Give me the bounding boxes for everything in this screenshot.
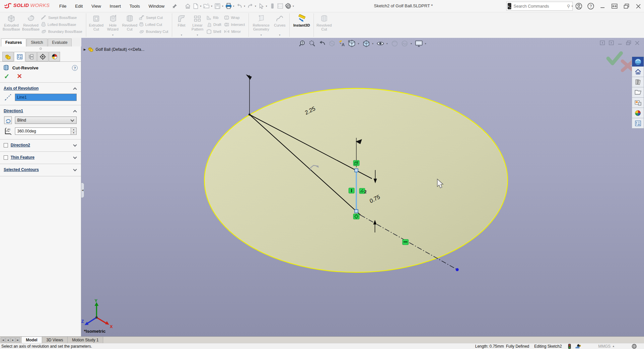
linear-pattern-dropdown[interactable]: ▾ xyxy=(197,34,198,37)
pin-menu-icon[interactable] xyxy=(172,4,177,9)
revolved-boss-base-button[interactable]: Revolved Boss/Base xyxy=(21,13,41,37)
appearances-tab[interactable] xyxy=(49,52,60,61)
next-pane-icon[interactable] xyxy=(609,41,614,45)
units-label[interactable]: MMGS xyxy=(598,344,610,349)
rebuild-icon[interactable] xyxy=(268,2,276,10)
print-icon[interactable] xyxy=(225,2,233,10)
previous-pane-icon[interactable] xyxy=(600,41,605,45)
axis-group-header[interactable]: Axis of Revolution xyxy=(4,86,77,91)
redo-icon[interactable] xyxy=(247,2,254,10)
menu-insert[interactable]: Insert xyxy=(106,2,125,10)
curves-dropdown[interactable]: ▾ xyxy=(279,34,280,37)
collapse-chevron-icon[interactable] xyxy=(73,87,77,91)
direction2-header[interactable]: Direction2 xyxy=(4,143,77,147)
design-library-tab[interactable] xyxy=(632,77,644,87)
thin-feature-checkbox[interactable] xyxy=(4,155,8,160)
reference-geometry-dropdown[interactable]: ▾ xyxy=(260,34,262,37)
boundary-cut-button[interactable]: Boundary Cut xyxy=(138,28,170,35)
span-displays-button[interactable] xyxy=(608,1,620,11)
custom-properties-tab[interactable] xyxy=(632,118,644,129)
zoom-to-fit-icon[interactable] xyxy=(298,39,306,48)
view-orientation-icon[interactable] xyxy=(347,39,356,48)
doc-restore-icon[interactable] xyxy=(626,41,631,45)
shell-button[interactable]: Shell xyxy=(206,28,223,35)
axis-selected-item[interactable]: Line1 xyxy=(15,94,76,101)
graphics-viewport[interactable]: 2 2.25 0.75 Y X Z xyxy=(81,38,644,336)
open-file-icon[interactable] xyxy=(203,2,211,10)
lofted-cut-button[interactable]: Lofted Cut xyxy=(138,21,170,28)
settings-gear-icon[interactable] xyxy=(284,2,292,10)
undo-dropdown[interactable]: ▾ xyxy=(244,5,245,8)
scroll-prev-icon[interactable]: ◀ xyxy=(6,337,10,342)
extruded-cut-button[interactable]: Extruded Cut xyxy=(88,13,105,37)
thin-feature-header[interactable]: Thin Feature xyxy=(4,155,77,160)
display-style-dropdown[interactable]: ▾ xyxy=(372,42,373,45)
appearances-scenes-tab[interactable] xyxy=(632,108,644,118)
search-icon[interactable]: ⚲ xyxy=(567,4,570,9)
swept-cut-button[interactable]: Swept Cut xyxy=(138,14,170,21)
redo-dropdown[interactable]: ▾ xyxy=(255,5,256,8)
constraint-badge-pierce[interactable] xyxy=(353,214,359,219)
apply-scene-icon[interactable] xyxy=(400,39,409,48)
annotation-visibility-icon[interactable]: A xyxy=(337,39,346,48)
menu-edit[interactable]: Edit xyxy=(71,2,87,10)
menu-view[interactable]: View xyxy=(87,2,106,10)
feature-tree-breadcrumb[interactable]: ▶ Golf Ball (Default) <<Defa... xyxy=(84,47,144,52)
constraint-badge-coincident-top[interactable] xyxy=(353,160,359,166)
select-icon[interactable] xyxy=(257,2,265,10)
edit-appearance-icon[interactable] xyxy=(391,39,399,48)
linear-pattern-button[interactable]: Linear Pattern ▾ xyxy=(189,13,206,37)
search-input[interactable] xyxy=(514,4,567,9)
scroll-first-icon[interactable]: |◀ xyxy=(1,337,5,342)
axis-selection-box[interactable]: Line1 xyxy=(15,94,77,101)
pm-help-icon[interactable]: ? xyxy=(72,65,78,71)
select-dropdown[interactable]: ▾ xyxy=(266,5,267,8)
view-orientation-dropdown[interactable]: ▾ xyxy=(358,42,359,45)
spin-down-icon[interactable]: ▼ xyxy=(71,131,76,135)
tab-model[interactable]: Model xyxy=(21,337,42,343)
reference-geometry-button[interactable]: Reference Geometry ▾ xyxy=(250,13,272,37)
doc-close-icon[interactable] xyxy=(635,41,639,45)
swept-boss-base-button[interactable]: Swept Boss/Base xyxy=(40,14,84,21)
search-commands-box[interactable]: >_ ⚲ ▾ xyxy=(506,2,573,11)
expand-chevron-icon[interactable] xyxy=(73,155,77,159)
rib-button[interactable]: Rib xyxy=(206,14,223,21)
section-view-icon[interactable] xyxy=(327,39,336,48)
collapse-chevron-icon[interactable] xyxy=(73,110,77,114)
configurations-tab[interactable] xyxy=(26,52,37,61)
user-account-icon[interactable] xyxy=(573,1,585,11)
undo-icon[interactable] xyxy=(236,2,244,10)
direction2-checkbox[interactable] xyxy=(4,143,8,147)
tab-sketch[interactable]: Sketch xyxy=(27,39,47,46)
save-dropdown[interactable]: ▾ xyxy=(222,5,223,8)
scroll-next-icon[interactable]: ▶ xyxy=(11,337,15,342)
revolved-cut-button[interactable]: Revolved Cut xyxy=(121,13,138,37)
centerline-endpoint[interactable] xyxy=(456,268,459,271)
revolved-cut-ribbon-button[interactable]: Revolved Cut xyxy=(316,13,333,37)
hide-show-items-icon[interactable] xyxy=(376,39,385,48)
constraint-badge-vertical[interactable] xyxy=(349,188,354,193)
view-palette-tab[interactable] xyxy=(632,98,644,108)
hole-wizard-dropdown[interactable]: ▾ xyxy=(112,34,113,37)
menu-file[interactable]: File xyxy=(55,2,71,10)
intersect-button[interactable]: Intersect xyxy=(223,21,247,28)
units-caret-icon[interactable]: ▲ xyxy=(612,345,615,348)
tab-3d-views[interactable]: 3D Views xyxy=(42,337,68,343)
expand-chevron-icon[interactable] xyxy=(73,167,77,171)
new-file-icon[interactable] xyxy=(192,2,200,10)
selected-contours-header[interactable]: Selected Contours xyxy=(4,167,77,172)
fillet-button[interactable]: Fillet ▾ xyxy=(174,13,189,37)
new-file-dropdown[interactable]: ▾ xyxy=(200,5,201,8)
lofted-boss-base-button[interactable]: Lofted Boss/Base xyxy=(40,21,84,28)
line1-bottom-endpoint[interactable] xyxy=(355,210,358,213)
help-icon[interactable]: ? xyxy=(585,1,597,11)
hide-show-dropdown[interactable]: ▾ xyxy=(386,42,388,45)
restore-button[interactable] xyxy=(620,1,632,11)
property-manager-tab[interactable] xyxy=(14,52,25,61)
angle-value[interactable]: 360.00deg xyxy=(15,129,71,133)
angle-spinner[interactable]: ▲▼ xyxy=(71,128,76,134)
settings-dropdown[interactable]: ▾ xyxy=(293,5,294,8)
doc-minimize-icon[interactable] xyxy=(618,41,622,45)
instant3d-button[interactable]: Instant3D xyxy=(291,13,312,37)
angle-input[interactable]: 360.00deg ▲▼ xyxy=(15,128,77,135)
